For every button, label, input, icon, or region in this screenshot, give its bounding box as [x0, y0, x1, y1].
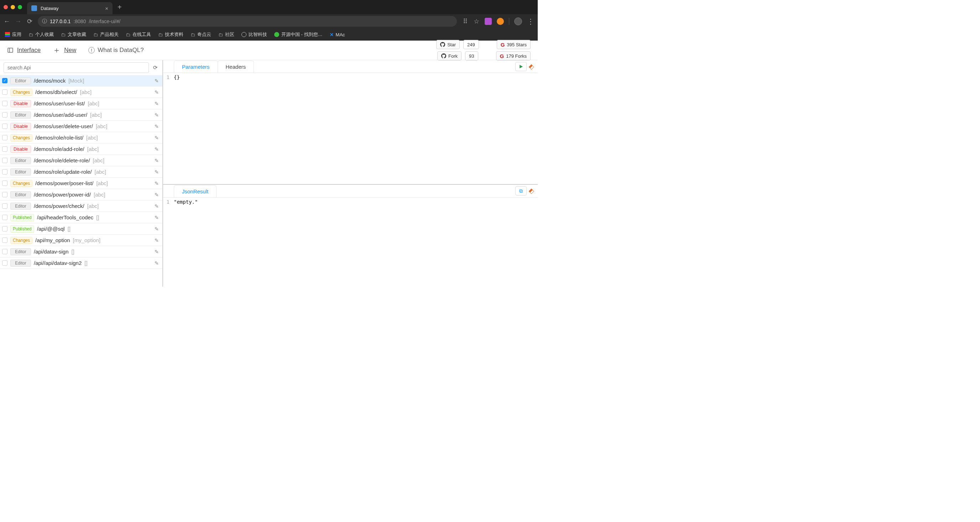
api-row[interactable]: Editor/api/datav-sign []✎	[0, 246, 162, 258]
tab-close-icon[interactable]: ×	[105, 5, 108, 11]
github-star-count[interactable]: 249	[463, 40, 479, 49]
row-checkbox[interactable]	[2, 158, 8, 163]
row-checkbox[interactable]	[2, 215, 8, 220]
bookmark-item[interactable]: 比智科技	[242, 31, 267, 38]
close-window-icon[interactable]	[3, 5, 8, 9]
row-checkbox[interactable]: ✓	[2, 78, 8, 83]
api-row[interactable]: Changes/api/my_option [my_option]✎	[0, 235, 162, 246]
edit-icon[interactable]: ✎	[154, 146, 160, 152]
row-checkbox[interactable]	[2, 249, 8, 254]
row-checkbox[interactable]	[2, 112, 8, 118]
edit-icon[interactable]: ✎	[154, 192, 160, 197]
gitee-forks-badge[interactable]: G 179 Forks	[496, 51, 531, 60]
api-row[interactable]: Changes/demos/db/select/ [abc]✎	[0, 86, 162, 98]
bookmark-item[interactable]: 开源中国 - 找到您…	[274, 31, 323, 38]
github-star-button[interactable]: Star	[436, 40, 460, 49]
profile-avatar-icon[interactable]	[514, 18, 522, 25]
search-input[interactable]	[3, 62, 149, 73]
request-body[interactable]: {}	[172, 73, 538, 184]
translate-icon[interactable]: ⠿	[462, 18, 468, 25]
row-checkbox[interactable]	[2, 260, 8, 266]
bookmark-item[interactable]: 🗀社区	[218, 31, 234, 38]
edit-icon[interactable]: ✎	[154, 135, 160, 141]
row-checkbox[interactable]	[2, 124, 8, 129]
row-checkbox[interactable]	[2, 135, 8, 140]
edit-icon[interactable]: ✎	[154, 101, 160, 107]
edit-icon[interactable]: ✎	[154, 158, 160, 164]
api-row[interactable]: Editor/demos/role/delete-role/ [abc]✎	[0, 155, 162, 166]
interface-button[interactable]: Interface	[7, 47, 41, 54]
window-controls[interactable]	[3, 5, 22, 9]
api-row[interactable]: Disable/demos/role/add-role/ [abc]✎	[0, 143, 162, 155]
edit-icon[interactable]: ✎	[154, 89, 160, 95]
address-bar[interactable]: ⓘ 127.0.0.1:8080/interface-ui/#/	[38, 16, 457, 27]
edit-icon[interactable]: ✎	[154, 169, 160, 175]
api-row[interactable]: Editor/api//api/datav-sign2 []✎	[0, 258, 162, 269]
edit-icon[interactable]: ✎	[154, 124, 160, 129]
api-row[interactable]: Changes/demos/role/role-list/ [abc]✎	[0, 132, 162, 143]
bookmark-item[interactable]: 🗀技术资料	[158, 31, 183, 38]
browser-tab[interactable]: Dataway ×	[27, 2, 113, 14]
run-button[interactable]	[515, 62, 527, 71]
bookmark-item[interactable]: 🗀在线工具	[126, 31, 151, 38]
new-button[interactable]: ＋ New	[53, 45, 76, 56]
edit-icon[interactable]: ✎	[154, 112, 160, 118]
site-info-icon[interactable]: ⓘ	[42, 18, 47, 25]
tab-headers[interactable]: Headers	[218, 60, 254, 73]
row-checkbox[interactable]	[2, 226, 8, 231]
github-fork-count[interactable]: 93	[465, 51, 478, 60]
edit-icon[interactable]: ✎	[154, 180, 160, 186]
edit-icon[interactable]: ✎	[154, 237, 160, 243]
api-row[interactable]: Disable/demos/user/user-list/ [abc]✎	[0, 98, 162, 109]
bookmark-item[interactable]: 🗀个人收藏	[29, 31, 54, 38]
clear-result-button[interactable]: ◧	[530, 186, 534, 196]
row-checkbox[interactable]	[2, 203, 8, 208]
reload-icon[interactable]: ⟳	[26, 18, 33, 25]
api-row[interactable]: Published/api/@@sql []✎	[0, 223, 162, 235]
edit-icon[interactable]: ✎	[154, 215, 160, 220]
maximize-window-icon[interactable]	[18, 5, 22, 9]
github-fork-button[interactable]: Fork	[437, 51, 461, 60]
gitee-stars-badge[interactable]: G 395 Stars	[497, 40, 531, 49]
api-row[interactable]: Disable/demos/user/delete-user/ [abc]✎	[0, 121, 162, 132]
row-checkbox[interactable]	[2, 237, 8, 243]
tab-parameters[interactable]: Parameters	[174, 60, 218, 73]
tab-json-result[interactable]: JsonResult	[174, 185, 216, 197]
edit-icon[interactable]: ✎	[154, 226, 160, 232]
edit-icon[interactable]: ✎	[154, 203, 160, 209]
bookmark-item[interactable]: ✕MAc	[330, 32, 345, 37]
minimize-window-icon[interactable]	[11, 5, 15, 9]
row-checkbox[interactable]	[2, 89, 8, 95]
bookmark-star-icon[interactable]: ☆	[473, 18, 480, 25]
svg-rect-0	[8, 48, 13, 53]
api-row[interactable]: ✓Editor/demos/mock [Mock]✎	[0, 75, 162, 86]
edit-icon[interactable]: ✎	[154, 78, 160, 84]
extension-icon[interactable]	[497, 18, 504, 25]
row-checkbox[interactable]	[2, 192, 8, 197]
request-editor[interactable]: 1 {}	[163, 73, 538, 184]
edit-icon[interactable]: ✎	[154, 260, 160, 266]
row-checkbox[interactable]	[2, 169, 8, 175]
api-row[interactable]: Editor/demos/power/check/ [abc]✎	[0, 201, 162, 212]
bookmark-item[interactable]: 🗀文章收藏	[61, 31, 86, 38]
row-checkbox[interactable]	[2, 180, 8, 186]
api-row[interactable]: Editor/demos/power/power-id/ [abc]✎	[0, 189, 162, 201]
bookmark-item[interactable]: 应用	[5, 31, 21, 38]
bookmark-item[interactable]: 🗀奇点云	[191, 31, 211, 38]
bookmark-item[interactable]: 🗀产品相关	[93, 31, 119, 38]
copy-result-button[interactable]: ⧉	[515, 186, 527, 196]
what-is-dataql-link[interactable]: ! What is DataQL?	[88, 47, 143, 54]
extension-icon[interactable]	[485, 18, 492, 25]
api-row[interactable]: Editor/demos/role/update-role/ [abc]✎	[0, 166, 162, 178]
row-checkbox[interactable]	[2, 101, 8, 106]
refresh-list-icon[interactable]: ⟳	[152, 64, 159, 71]
api-row[interactable]: Published/api/headerTools_codec []✎	[0, 212, 162, 223]
back-icon[interactable]: ←	[3, 18, 10, 25]
new-tab-button[interactable]: +	[118, 3, 122, 11]
browser-menu-icon[interactable]: ⋮	[527, 17, 534, 25]
edit-icon[interactable]: ✎	[154, 249, 160, 255]
api-row[interactable]: Editor/demos/user/add-user/ [abc]✎	[0, 109, 162, 121]
api-row[interactable]: Changes/demos/power/poser-list/ [abc]✎	[0, 178, 162, 189]
row-checkbox[interactable]	[2, 146, 8, 152]
clear-button[interactable]: ◧	[530, 62, 534, 71]
